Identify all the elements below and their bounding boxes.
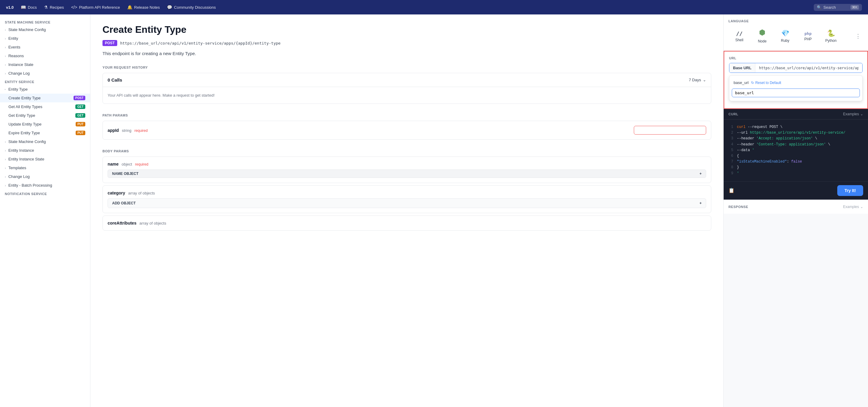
top-navigation: v1.0 📖 Docs ⚗ Recipes </> Platform API R… <box>0 0 868 14</box>
nav-release-notes[interactable]: 🔔 Release Notes <box>127 5 160 10</box>
url-section: URL Base URL base_url ↻ Reset to Default <box>724 51 868 109</box>
code-line-3: 3 --header 'Accept: application/json' \ <box>728 136 863 141</box>
response-label: RESPONSE <box>728 205 748 209</box>
main-layout: STATE MACHINE SERVICE › State Machine Co… <box>0 14 868 407</box>
bell-icon: 🔔 <box>127 5 132 10</box>
language-label: LANGUAGE <box>728 19 863 23</box>
get-badge: GET <box>75 104 85 109</box>
chevron-icon: › <box>5 149 6 152</box>
chevron-icon: › <box>5 63 6 67</box>
nav-recipes[interactable]: ⚗ Recipes <box>44 5 64 10</box>
body-params-label: BODY PARAMS <box>102 149 711 153</box>
sidebar-item-entity-instance[interactable]: › Entity Instance <box>0 146 90 155</box>
endpoint-url-row: POST https://base_url/core/api/v1/entity… <box>102 40 711 46</box>
python-icon: 🐍 <box>827 30 835 37</box>
lang-ruby[interactable]: 💎 Ruby <box>774 27 796 45</box>
search-shortcut: ⌘K <box>850 5 859 10</box>
sidebar-item-entity-instance-state[interactable]: › Entity Instance State <box>0 155 90 164</box>
refresh-icon: ↻ <box>751 81 754 85</box>
search-box[interactable]: 🔍 Search ⌘K <box>814 4 862 11</box>
try-it-button[interactable]: Try It! <box>837 185 863 196</box>
get-badge: GET <box>75 113 85 118</box>
sidebar-item-templates[interactable]: › Templates <box>0 164 90 172</box>
name-object-expand-btn[interactable]: NAME OBJECT + <box>107 169 706 178</box>
path-params-section: PATH PARAMS appId string required <box>102 113 711 140</box>
sidebar-item-state-machine-config-2[interactable]: › State Machine Config <box>0 137 90 146</box>
sidebar-item-get-all-entity-types[interactable]: Get All Entity Types GET <box>0 102 90 111</box>
lang-shell[interactable]: // Shell <box>728 28 750 44</box>
response-examples-button[interactable]: Examples ⌄ <box>843 205 863 209</box>
sidebar-item-change-log[interactable]: › Change Log <box>0 69 90 78</box>
sidebar-item-instance-state[interactable]: › Instance State <box>0 60 90 69</box>
chevron-down-icon: ⌄ <box>860 205 863 209</box>
core-attr-type: array of objects <box>140 221 166 226</box>
chevron-icon: › <box>5 158 6 161</box>
right-panel: LANGUAGE // Shell Node 💎 Ruby php <box>723 14 868 407</box>
path-params-label: PATH PARAMS <box>102 113 711 117</box>
dropdown-input-row <box>730 87 862 98</box>
code-line-4: 4 --header 'Content-Type: application/js… <box>728 142 863 147</box>
copy-button[interactable]: 📋 <box>728 188 735 193</box>
nav-platform-api[interactable]: </> Platform API Reference <box>71 5 120 10</box>
sidebar-item-get-entity-type[interactable]: Get Entity Type GET <box>0 111 90 120</box>
url-dropdown-base-url[interactable]: base_url ↻ Reset to Default <box>730 78 862 87</box>
sidebar-item-batch-processing[interactable]: › Entity - Batch Processing <box>0 181 90 190</box>
nav-docs[interactable]: 📖 Docs <box>21 5 37 10</box>
param-name-appid: appId <box>107 128 119 133</box>
url-section-label: URL <box>729 56 863 60</box>
chevron-icon: › <box>5 183 6 187</box>
page-title: Create Entity Type <box>102 24 711 35</box>
code-line-1: 1 curl --request POST \ <box>728 124 863 130</box>
lang-node[interactable]: Node <box>751 27 773 46</box>
more-languages-btn[interactable]: ⋮ <box>853 30 863 42</box>
code-line-2: 2 --url https://base_url/core/api/v1/ent… <box>728 130 863 136</box>
code-line-6: 6 { <box>728 153 863 159</box>
examples-button[interactable]: Examples ⌄ <box>843 112 863 116</box>
name-type: object <box>121 162 132 167</box>
body-param-core-attributes: coreAttributes array of objects <box>102 215 711 231</box>
sidebar-item-events[interactable]: › Events <box>0 43 90 52</box>
sidebar-item-state-machine-config[interactable]: › State Machine Config <box>0 25 90 34</box>
base-url-dropdown-input[interactable] <box>732 89 860 97</box>
sidebar-item-change-log-2[interactable]: › Change Log <box>0 172 90 181</box>
sidebar-item-entity[interactable]: › Entity <box>0 34 90 43</box>
content-area: Create Entity Type POST https://base_url… <box>90 14 723 407</box>
sidebar-item-expire-entity-type[interactable]: Expire Entity Type PUT <box>0 129 90 137</box>
plus-icon: + <box>700 201 702 205</box>
nav-community[interactable]: 💬 Community Discussions <box>167 5 216 10</box>
language-options: // Shell Node 💎 Ruby php PHP <box>728 27 863 46</box>
sidebar-item-entity-type-parent[interactable]: › Entity Type <box>0 85 90 94</box>
body-param-name: name object required NAME OBJECT + <box>102 157 711 183</box>
category-type: array of objects <box>128 191 155 195</box>
code-icon: </> <box>71 5 77 10</box>
days-select[interactable]: 7 Days ⌄ <box>689 78 706 82</box>
base-url-input[interactable] <box>755 64 862 73</box>
post-badge: POST <box>73 96 85 100</box>
lang-python[interactable]: 🐍 Python <box>820 27 842 45</box>
param-type-appid: string <box>122 128 131 133</box>
chat-icon: 💬 <box>167 5 172 10</box>
endpoint-url: https://base_url/core/api/v1/entity-serv… <box>120 41 281 45</box>
search-icon: 🔍 <box>817 5 822 10</box>
appid-input[interactable] <box>634 126 706 135</box>
request-history-container: 0 Calls 7 Days ⌄ Your API calls will app… <box>102 73 711 104</box>
code-line-5: 5 --data ' <box>728 147 863 153</box>
request-history-body: Your API calls will appear here. Make a … <box>103 87 711 104</box>
lang-php[interactable]: php PHP <box>797 29 819 44</box>
sidebar-item-reasons[interactable]: › Reasons <box>0 52 90 60</box>
param-required-appid: required <box>134 129 148 133</box>
sidebar-item-create-entity-type[interactable]: Create Entity Type POST <box>0 94 90 102</box>
put-badge: PUT <box>76 131 85 135</box>
response-section: RESPONSE Examples ⌄ <box>724 200 868 214</box>
curl-section: CURL Examples ⌄ 1 curl --request POST \ … <box>724 109 868 200</box>
reset-to-default-link[interactable]: ↻ Reset to Default <box>751 81 781 85</box>
category-param-label: category <box>107 191 125 195</box>
php-icon: php <box>804 31 811 36</box>
node-icon <box>758 29 766 38</box>
chevron-icon: › <box>5 28 6 32</box>
add-object-btn[interactable]: ADD OBJECT + <box>107 198 706 208</box>
sidebar-section-notification: NOTIFICATION SERVICE <box>0 190 90 197</box>
history-section-label: YOUR REQUEST HISTORY <box>102 66 711 69</box>
sidebar-item-update-entity-type[interactable]: Update Entity Type PUT <box>0 120 90 129</box>
chevron-icon: › <box>5 37 6 40</box>
